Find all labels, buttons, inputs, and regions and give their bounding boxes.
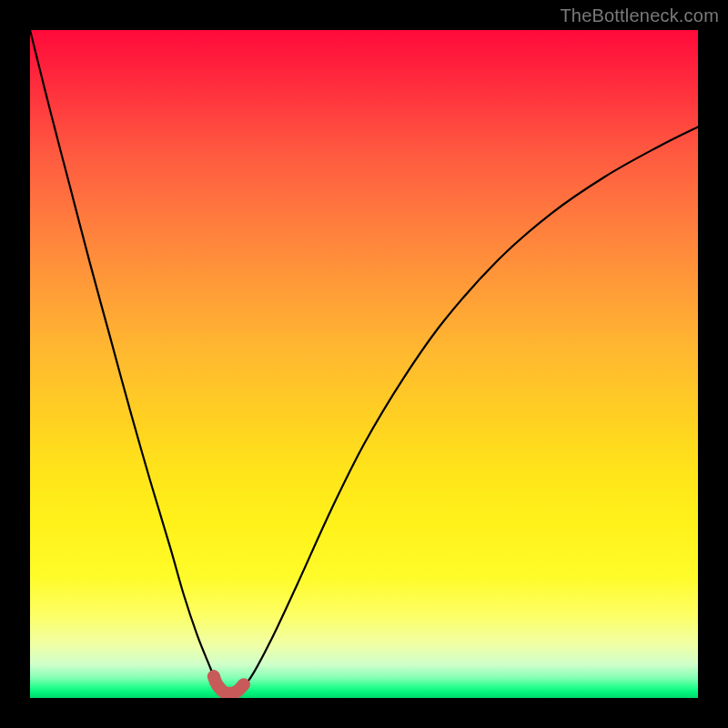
watermark-text: TheBottleneck.com bbox=[560, 5, 719, 26]
plot-area bbox=[30, 30, 698, 698]
chart-frame: TheBottleneck.com bbox=[0, 0, 728, 728]
curve-minimum-highlight bbox=[214, 676, 244, 693]
bottleneck-curve bbox=[30, 30, 698, 693]
curve-line bbox=[30, 30, 698, 693]
bottleneck-curve-svg bbox=[30, 30, 698, 698]
